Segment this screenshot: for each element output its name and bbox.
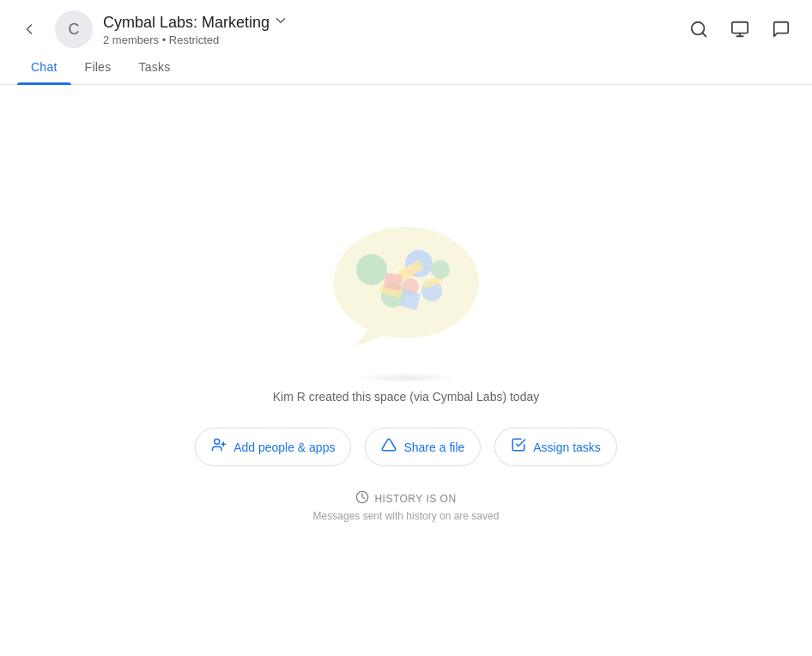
assign-tasks-label: Assign tasks [533,440,601,454]
chat-panel-button[interactable] [764,12,798,46]
add-person-icon [211,437,227,457]
history-icon [355,490,369,507]
share-file-icon [381,437,397,457]
space-name[interactable]: Cymbal Labs: Marketing [103,14,270,32]
avatar: C [55,10,93,48]
tabs: Chat Files Tasks [0,52,812,85]
chevron-down-icon[interactable] [273,13,288,33]
back-button[interactable] [14,14,45,45]
svg-point-16 [431,260,450,279]
screen-share-button[interactable] [723,12,757,46]
header: C Cymbal Labs: Marketing 2 members • Res… [0,0,812,48]
svg-point-7 [356,254,387,285]
space-info: Cymbal Labs: Marketing 2 members • Restr… [103,13,671,46]
assign-tasks-icon [511,437,526,457]
tab-chat[interactable]: Chat [17,52,71,84]
svg-point-18 [215,439,220,444]
header-actions [682,12,798,46]
ground-shadow [354,373,458,383]
tab-tasks[interactable]: Tasks [124,52,184,84]
created-message: Kim R created this space (via Cymbal Lab… [273,390,539,404]
chat-illustration [320,210,492,364]
search-button[interactable] [682,12,716,46]
add-people-label: Add people & apps [233,440,335,454]
share-file-label: Share a file [403,440,464,454]
svg-rect-14 [384,272,403,290]
share-file-button[interactable]: Share a file [365,428,481,466]
main-content: Kim R created this space (via Cymbal Lab… [0,85,812,647]
history-section: HISTORY IS ON Messages sent with history… [313,490,500,522]
space-meta: 2 members • Restricted [103,33,671,46]
history-sublabel: Messages sent with history on are saved [313,510,500,522]
svg-line-1 [702,33,706,36]
space-title: Cymbal Labs: Marketing [103,13,671,33]
history-label: HISTORY IS ON [355,490,456,507]
action-buttons: Add people & apps Share a file Assign ta… [195,428,617,466]
svg-rect-2 [732,22,748,33]
add-people-apps-button[interactable]: Add people & apps [195,428,351,466]
tab-files[interactable]: Files [71,52,125,84]
assign-tasks-button[interactable]: Assign tasks [494,428,617,466]
